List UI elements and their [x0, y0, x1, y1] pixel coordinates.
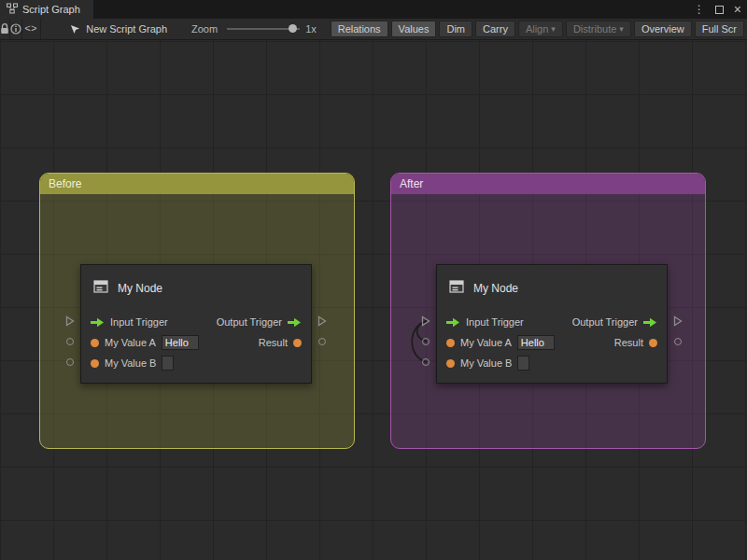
values-button[interactable]: Values: [391, 21, 437, 37]
node-before-my-node[interactable]: My Node Input Trigger Output Trigger M: [80, 264, 312, 384]
outer-flow-input-port[interactable]: [420, 315, 431, 327]
zoom-label: Zoom: [191, 23, 218, 35]
value-port-icon[interactable]: [446, 339, 455, 347]
value-a-input[interactable]: [517, 335, 555, 350]
lock-icon: [0, 23, 9, 35]
group-title: Before: [49, 177, 81, 190]
value-b-label: My Value B: [105, 357, 156, 369]
port-row: Input Trigger Output Trigger: [81, 312, 311, 332]
port-row: My Value B: [437, 353, 667, 373]
port-row: My Value A Result: [81, 332, 311, 353]
graph-toolbar: <> New Script Graph Zoom 1x Relations Va…: [0, 19, 747, 40]
group-title: After: [400, 177, 423, 190]
node-icon: [448, 278, 465, 299]
triangle-port-icon: [65, 315, 75, 327]
graph-breadcrumb[interactable]: New Script Graph: [70, 23, 167, 35]
overview-button[interactable]: Overview: [634, 21, 692, 37]
flow-output-icon[interactable]: [643, 317, 657, 328]
input-trigger-label: Input Trigger: [466, 316, 524, 328]
node-header[interactable]: My Node: [437, 265, 667, 312]
zoom-control: Zoom 1x: [191, 22, 317, 35]
value-b-label: My Value B: [460, 357, 512, 369]
window-menu-icon[interactable]: ⋮: [694, 4, 705, 15]
node-header[interactable]: My Node: [81, 265, 311, 312]
value-a-label: My Value A: [460, 337, 512, 348]
result-label: Result: [259, 337, 288, 348]
tab-title: Script Graph: [22, 4, 80, 15]
output-trigger-label: Output Trigger: [572, 316, 638, 328]
group-after-header[interactable]: After: [391, 174, 705, 194]
triangle-port-icon: [317, 315, 327, 327]
code-view-button[interactable]: <>: [21, 19, 40, 39]
flow-input-icon[interactable]: [91, 317, 105, 328]
node-title: My Node: [473, 282, 518, 295]
carry-button[interactable]: Carry: [475, 21, 515, 37]
distribute-button[interactable]: Distribute ▾: [566, 21, 631, 37]
outer-value-port[interactable]: [64, 357, 76, 368]
tab-strip: Script Graph ⋮ ×: [0, 0, 747, 19]
lock-button[interactable]: [0, 19, 9, 39]
node-icon: [92, 278, 109, 299]
group-before-header[interactable]: Before: [40, 174, 354, 194]
port-row: My Value B: [81, 353, 311, 373]
outer-value-port[interactable]: [317, 336, 328, 347]
value-a-label: My Value A: [105, 337, 156, 348]
dim-button[interactable]: Dim: [439, 21, 472, 37]
align-button[interactable]: Align ▾: [518, 21, 563, 37]
info-button[interactable]: [10, 19, 21, 39]
node-after-my-node[interactable]: My Node Input Trigger Output Trigger M: [436, 264, 668, 384]
outer-value-port[interactable]: [420, 357, 431, 368]
graph-name-label: New Script Graph: [86, 23, 167, 35]
window-controls: ⋮ ×: [694, 0, 741, 19]
value-b-input[interactable]: [162, 356, 174, 371]
relations-button[interactable]: Relations: [331, 21, 388, 37]
info-icon: [10, 23, 21, 35]
value-port-icon[interactable]: [446, 359, 455, 368]
triangle-port-icon: [673, 315, 683, 327]
chevron-down-icon: ▾: [551, 24, 556, 34]
zoom-slider-knob[interactable]: [289, 24, 297, 33]
outer-flow-output-port[interactable]: [317, 315, 328, 327]
triangle-port-icon: [421, 315, 430, 327]
outer-value-port[interactable]: [420, 336, 431, 347]
zoom-slider[interactable]: [227, 22, 300, 35]
value-port-icon[interactable]: [91, 359, 99, 368]
node-title: My Node: [118, 282, 162, 295]
script-graph-icon: [7, 3, 18, 16]
fullscreen-button[interactable]: Full Scr: [695, 21, 744, 37]
output-trigger-label: Output Trigger: [217, 316, 282, 328]
outer-value-port[interactable]: [672, 336, 684, 347]
tab-script-graph[interactable]: Script Graph: [0, 0, 93, 19]
toolbar-buttons: Relations Values Dim Carry Align ▾ Distr…: [331, 21, 747, 37]
chevron-down-icon: ▾: [619, 24, 624, 34]
value-port-icon[interactable]: [91, 339, 99, 347]
result-label: Result: [614, 337, 643, 348]
value-b-input[interactable]: [517, 356, 529, 371]
graph-asset-icon: [70, 24, 80, 35]
port-row: My Value A Result: [437, 332, 667, 353]
port-row: Input Trigger Output Trigger: [437, 312, 667, 332]
outer-flow-input-port[interactable]: [64, 315, 76, 327]
value-port-icon[interactable]: [649, 339, 657, 347]
maximize-icon[interactable]: [715, 6, 724, 14]
graph-canvas[interactable]: Before After: [0, 40, 747, 560]
script-graph-window: Script Graph ⋮ × <>: [0, 0, 747, 560]
flow-output-icon[interactable]: [288, 317, 302, 328]
close-icon[interactable]: ×: [734, 3, 741, 16]
zoom-value: 1x: [305, 23, 317, 35]
flow-input-icon[interactable]: [446, 317, 460, 328]
value-port-icon[interactable]: [293, 339, 302, 347]
outer-flow-output-port[interactable]: [672, 315, 684, 327]
value-a-input[interactable]: [162, 335, 199, 350]
input-trigger-label: Input Trigger: [110, 316, 168, 328]
outer-value-port[interactable]: [64, 336, 76, 347]
